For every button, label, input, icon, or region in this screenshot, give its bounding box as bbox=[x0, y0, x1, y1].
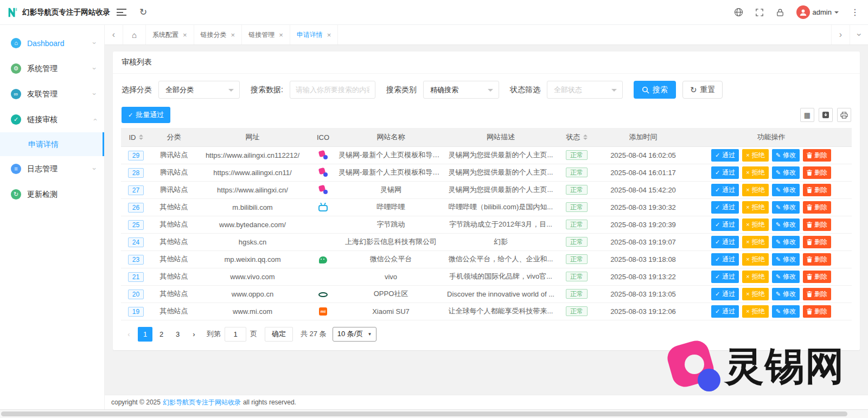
col-header-6[interactable]: 状态 bbox=[558, 128, 596, 146]
edit-button[interactable]: ✎修改 bbox=[772, 218, 800, 231]
reset-button[interactable]: ↻ 重置 bbox=[682, 81, 723, 99]
reject-button[interactable]: ×拒绝 bbox=[742, 201, 768, 214]
col-header-0[interactable]: ID bbox=[121, 128, 151, 146]
approve-button[interactable]: ✓通过 bbox=[711, 236, 739, 248]
approve-button[interactable]: ✓通过 bbox=[711, 184, 739, 196]
scrollbar-thumb[interactable] bbox=[1, 411, 847, 416]
col-header-1: 分类 bbox=[151, 128, 197, 146]
sidebar-item-1[interactable]: ⚙系统管理› bbox=[0, 56, 104, 81]
tab-home[interactable]: ⌂ bbox=[123, 25, 146, 44]
sidebar-item-4[interactable]: ≡日志管理› bbox=[0, 156, 104, 182]
edit-button[interactable]: ✎修改 bbox=[772, 288, 800, 300]
close-icon[interactable]: × bbox=[183, 31, 187, 39]
table-columns-icon[interactable]: ▦ bbox=[800, 108, 814, 122]
horizontal-scrollbar[interactable] bbox=[0, 409, 868, 418]
tabs-scroll-left-button[interactable]: ‹ bbox=[105, 25, 123, 44]
edit-button[interactable]: ✎修改 bbox=[772, 149, 800, 162]
reject-button[interactable]: ×拒绝 bbox=[742, 288, 768, 300]
language-globe-icon[interactable] bbox=[734, 8, 743, 17]
delete-button[interactable]: 删除 bbox=[803, 288, 831, 300]
sidebar-subitem-3-0[interactable]: 申请详情 bbox=[0, 132, 104, 156]
edit-button[interactable]: ✎修改 bbox=[772, 236, 800, 248]
delete-button[interactable]: 删除 bbox=[803, 271, 831, 283]
reject-button[interactable]: ×拒绝 bbox=[742, 166, 768, 179]
status-select[interactable]: 全部状态 bbox=[547, 81, 623, 99]
collapse-menu-icon[interactable] bbox=[117, 9, 126, 16]
sidebar-item-2[interactable]: ∞友联管理› bbox=[0, 81, 104, 107]
approve-button[interactable]: ✓通过 bbox=[711, 149, 739, 162]
reject-button[interactable]: ×拒绝 bbox=[742, 218, 768, 231]
row-site-name: Xiaomi SU7 bbox=[338, 303, 444, 320]
close-icon[interactable]: × bbox=[327, 31, 331, 39]
page-size-select[interactable]: 10 条/页 ▼ bbox=[333, 327, 377, 342]
confirm-jump-button[interactable]: 确定 bbox=[265, 327, 293, 342]
approve-button[interactable]: ✓通过 bbox=[711, 201, 739, 214]
delete-button[interactable]: 删除 bbox=[803, 253, 831, 266]
sidebar-item-label: Dashboard bbox=[27, 39, 65, 48]
delete-button[interactable]: 删除 bbox=[803, 236, 831, 248]
edit-button[interactable]: ✎修改 bbox=[772, 166, 800, 179]
fullscreen-icon[interactable] bbox=[755, 8, 764, 17]
print-icon[interactable] bbox=[837, 108, 851, 122]
close-icon[interactable]: × bbox=[279, 31, 283, 39]
approve-button[interactable]: ✓通过 bbox=[711, 271, 739, 283]
tab-2[interactable]: 链接管理× bbox=[242, 25, 290, 44]
delete-button[interactable]: 删除 bbox=[803, 201, 831, 214]
edit-button[interactable]: ✎修改 bbox=[772, 271, 800, 283]
category-select[interactable]: 全部分类 bbox=[158, 81, 240, 99]
delete-button[interactable]: 删除 bbox=[803, 166, 831, 179]
export-icon[interactable] bbox=[819, 108, 833, 122]
next-page-button[interactable]: › bbox=[187, 327, 201, 342]
edit-button[interactable]: ✎修改 bbox=[772, 184, 800, 196]
more-menu-icon[interactable]: ⋮ bbox=[851, 7, 859, 17]
footer-site-link[interactable]: 幻影导航页专注于网站收录 bbox=[163, 398, 241, 407]
user-menu[interactable]: admin bbox=[796, 5, 839, 19]
approve-button[interactable]: ✓通过 bbox=[711, 305, 739, 318]
close-icon[interactable]: × bbox=[231, 31, 235, 39]
delete-button[interactable]: 删除 bbox=[803, 149, 831, 162]
row-favicon-cell bbox=[308, 250, 338, 268]
prev-page-button[interactable]: ‹ bbox=[122, 327, 136, 342]
reject-button[interactable]: ×拒绝 bbox=[742, 305, 768, 318]
reject-button[interactable]: ×拒绝 bbox=[742, 149, 768, 162]
delete-button[interactable]: 删除 bbox=[803, 305, 831, 318]
reject-button[interactable]: ×拒绝 bbox=[742, 184, 768, 196]
reject-button[interactable]: ×拒绝 bbox=[742, 253, 768, 266]
search-type-select[interactable]: 精确搜索 bbox=[423, 81, 499, 99]
tab-1[interactable]: 链接分类× bbox=[194, 25, 242, 44]
favicon-wechat-icon bbox=[319, 256, 327, 263]
batch-approve-button[interactable]: ✓ 批量通过 bbox=[122, 107, 170, 123]
reject-button[interactable]: ×拒绝 bbox=[742, 271, 768, 283]
delete-button[interactable]: 删除 bbox=[803, 218, 831, 231]
sidebar-item-5[interactable]: ↻更新检测 bbox=[0, 182, 104, 207]
approve-button[interactable]: ✓通过 bbox=[711, 253, 739, 266]
jump-page-input[interactable] bbox=[225, 327, 246, 342]
approve-button[interactable]: ✓通过 bbox=[711, 218, 739, 231]
page-2-button[interactable]: 2 bbox=[154, 327, 169, 342]
favicon-lingxi-icon bbox=[319, 185, 328, 194]
refresh-icon[interactable]: ↻ bbox=[139, 8, 147, 17]
tab-0[interactable]: 系统配置× bbox=[146, 25, 194, 44]
tabs-menu-button[interactable]: › bbox=[850, 25, 868, 44]
lock-icon[interactable] bbox=[776, 8, 784, 17]
tab-3[interactable]: 申请详情× bbox=[290, 25, 339, 44]
page-1-button[interactable]: 1 bbox=[138, 327, 152, 342]
tabs-scroll-right-button[interactable]: › bbox=[831, 25, 850, 44]
edit-button[interactable]: ✎修改 bbox=[772, 305, 800, 318]
sort-icon[interactable] bbox=[583, 132, 588, 142]
trash-icon bbox=[807, 222, 812, 228]
search-input[interactable] bbox=[290, 81, 375, 99]
col-header-5: 网站描述 bbox=[444, 128, 558, 146]
reject-button[interactable]: ×拒绝 bbox=[742, 236, 768, 248]
row-category: 其他站点 bbox=[151, 268, 197, 285]
edit-button[interactable]: ✎修改 bbox=[772, 253, 800, 266]
page-3-button[interactable]: 3 bbox=[170, 327, 185, 342]
sidebar-item-0[interactable]: ⌂Dashboard› bbox=[0, 30, 104, 56]
edit-button[interactable]: ✎修改 bbox=[772, 201, 800, 214]
approve-button[interactable]: ✓通过 bbox=[711, 288, 739, 300]
sort-icon[interactable] bbox=[139, 132, 143, 142]
delete-button[interactable]: 删除 bbox=[803, 184, 831, 196]
search-button[interactable]: 搜索 bbox=[634, 81, 676, 99]
sidebar-item-3[interactable]: ✓链接审核› bbox=[0, 107, 104, 132]
approve-button[interactable]: ✓通过 bbox=[711, 166, 739, 179]
